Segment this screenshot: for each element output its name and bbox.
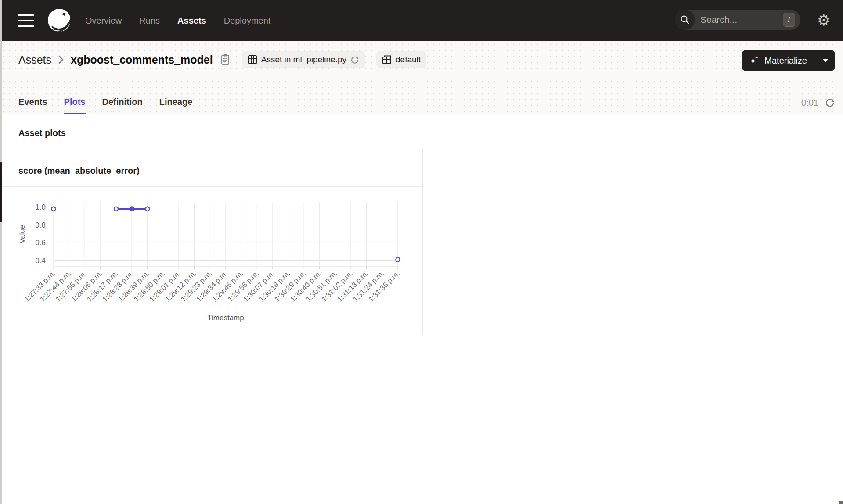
materialize-button[interactable]: Materialize xyxy=(742,50,815,71)
table-icon xyxy=(248,55,257,64)
code-location-badge[interactable]: Asset in ml_pipeline.py xyxy=(242,51,365,68)
materialize-dropdown-button[interactable] xyxy=(815,50,835,71)
copy-asset-name-icon[interactable] xyxy=(220,54,231,66)
svg-text:0.6: 0.6 xyxy=(35,239,46,247)
chevron-right-icon xyxy=(58,54,65,65)
sparkles-icon xyxy=(749,55,760,66)
nav-item-deployment[interactable]: Deployment xyxy=(224,16,271,26)
search-shortcut-key: / xyxy=(783,13,795,27)
section-title: Asset plots xyxy=(18,128,66,138)
group-label: default xyxy=(396,55,421,64)
data-point[interactable] xyxy=(52,207,56,211)
breadcrumb: Assets xgboost_comments_model Asset in m… xyxy=(18,51,426,68)
svg-text:Timestamp: Timestamp xyxy=(207,314,244,322)
materialize-button-group: Materialize xyxy=(742,50,835,71)
asset-group-icon xyxy=(382,55,392,64)
plot-card-right-border xyxy=(422,150,423,335)
hamburger-menu-icon[interactable] xyxy=(18,14,37,27)
tab-lineage[interactable]: Lineage xyxy=(159,97,193,114)
code-location-label: Asset in ml_pipeline.py xyxy=(261,55,346,64)
tab-definition[interactable]: Definition xyxy=(102,97,143,114)
nav-item-overview[interactable]: Overview xyxy=(85,16,122,26)
plot-card-title: score (mean_absolute_error) xyxy=(18,166,140,176)
caret-down-icon xyxy=(822,59,829,62)
score-plot: 0.40.60.81.0Value1:27:33 p.m.1:27:44 p.m… xyxy=(0,193,422,330)
left-scrollbar-thumb[interactable] xyxy=(0,162,2,222)
main-nav: Overview Runs Assets Deployment xyxy=(85,16,270,26)
svg-text:0.8: 0.8 xyxy=(35,221,46,229)
data-point[interactable] xyxy=(396,257,400,261)
search-icon xyxy=(675,10,695,30)
plot-card-divider xyxy=(0,186,422,187)
dagster-logo[interactable] xyxy=(47,8,72,33)
group-badge[interactable]: default xyxy=(376,51,426,68)
svg-text:0.4: 0.4 xyxy=(35,257,46,265)
section-divider xyxy=(0,150,843,150)
tab-events[interactable]: Events xyxy=(18,97,47,114)
nav-item-assets[interactable]: Assets xyxy=(177,16,206,26)
data-point[interactable] xyxy=(114,207,118,211)
top-navbar: Overview Runs Assets Deployment Search..… xyxy=(0,0,843,41)
asset-name-title: xgboost_comments_model xyxy=(71,54,213,66)
svg-text:Value: Value xyxy=(18,225,26,243)
data-point[interactable] xyxy=(129,206,134,211)
data-point[interactable] xyxy=(145,207,149,211)
search-input[interactable]: Search... / xyxy=(675,10,800,30)
reload-location-icon[interactable] xyxy=(350,55,359,64)
plot-card-bottom-border xyxy=(0,335,422,335)
svg-text:1.0: 1.0 xyxy=(35,203,46,211)
refresh-timer: 0:01 xyxy=(801,97,835,108)
asset-page-header: Assets xgboost_comments_model Asset in m… xyxy=(0,41,843,114)
search-placeholder: Search... xyxy=(700,14,783,25)
asset-tabs: Events Plots Definition Lineage xyxy=(18,97,192,114)
breadcrumb-assets-link[interactable]: Assets xyxy=(18,54,51,66)
tab-plots[interactable]: Plots xyxy=(64,97,86,114)
bottom-right-corner-mark xyxy=(839,501,843,504)
plot-svg: 0.40.60.81.0Value1:27:33 p.m.1:27:44 p.m… xyxy=(0,193,422,330)
left-scrollbar-track[interactable] xyxy=(0,0,2,504)
nav-item-runs[interactable]: Runs xyxy=(139,16,160,26)
gear-icon[interactable]: ⚙ xyxy=(815,11,832,29)
materialize-label: Materialize xyxy=(764,56,807,66)
refresh-icon[interactable] xyxy=(825,97,835,108)
refresh-countdown: 0:01 xyxy=(801,98,818,108)
